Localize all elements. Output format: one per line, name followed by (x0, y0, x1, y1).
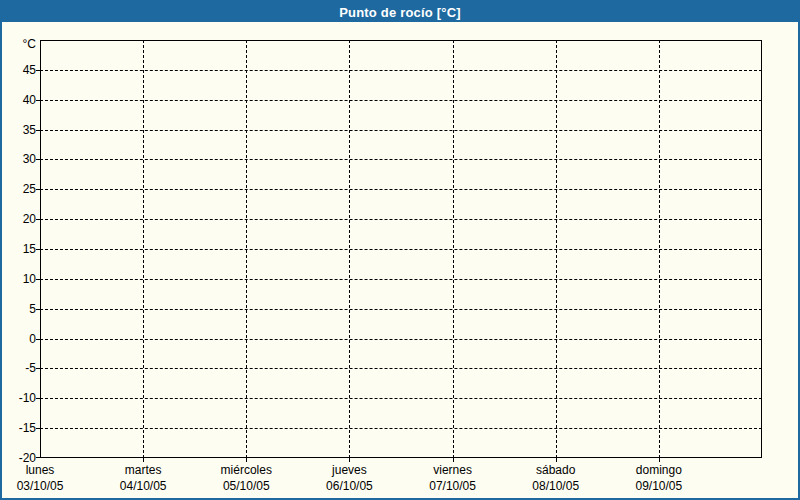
h-gridline (40, 70, 762, 71)
x-date-label: 09/10/05 (599, 479, 719, 493)
y-tick-mark (36, 219, 40, 220)
x-tick-mark (143, 458, 144, 462)
title-bar: Punto de rocío [°C] (2, 2, 798, 22)
h-gridline (40, 368, 762, 369)
y-tick-mark (36, 279, 40, 280)
y-tick-mark (36, 189, 40, 190)
y-tick-label: 45 (2, 62, 36, 78)
x-date-label: 04/10/05 (83, 479, 203, 493)
h-gridline (40, 398, 762, 399)
v-gridline (143, 40, 144, 458)
x-day-label: viernes (393, 463, 513, 477)
y-tick-label: 5 (2, 301, 36, 317)
h-gridline (40, 130, 762, 131)
y-tick-label: 35 (2, 122, 36, 138)
y-tick-label: 20 (2, 211, 36, 227)
x-day-label: martes (83, 463, 203, 477)
y-tick-mark (36, 368, 40, 369)
x-tick-mark (453, 458, 454, 462)
h-gridline (40, 279, 762, 280)
x-date-label: 05/10/05 (186, 479, 306, 493)
y-tick-label: 15 (2, 241, 36, 257)
x-tick-mark (246, 458, 247, 462)
x-tick-mark (349, 458, 350, 462)
x-day-label: sábado (496, 463, 616, 477)
y-tick-mark (36, 100, 40, 101)
y-tick-label: 40 (2, 92, 36, 108)
y-tick-label: -15 (2, 420, 36, 436)
x-day-label: jueves (289, 463, 409, 477)
y-tick-label: 25 (2, 181, 36, 197)
y-tick-mark (36, 159, 40, 160)
v-gridline (556, 40, 557, 458)
y-tick-mark (36, 398, 40, 399)
chart-title: Punto de rocío [°C] (339, 5, 461, 20)
y-tick-mark (36, 339, 40, 340)
v-gridline (659, 40, 660, 458)
x-tick-mark (659, 458, 660, 462)
x-date-label: 08/10/05 (496, 479, 616, 493)
h-gridline (40, 428, 762, 429)
chart-window: Punto de rocío [°C] °C 45403530252015105… (0, 0, 800, 500)
h-gridline (40, 100, 762, 101)
v-gridline (246, 40, 247, 458)
y-tick-mark (36, 428, 40, 429)
y-tick-mark (36, 130, 40, 131)
y-tick-label: -10 (2, 390, 36, 406)
y-axis-unit-label: °C (2, 37, 36, 51)
h-gridline (40, 219, 762, 220)
x-date-label: 06/10/05 (289, 479, 409, 493)
x-day-label: domingo (599, 463, 719, 477)
y-tick-label: -5 (2, 360, 36, 376)
y-tick-label: 10 (2, 271, 36, 287)
y-tick-label: 30 (2, 151, 36, 167)
x-date-label: 07/10/05 (393, 479, 513, 493)
h-gridline (40, 189, 762, 190)
y-tick-label: 0 (2, 331, 36, 347)
y-tick-mark (36, 70, 40, 71)
h-gridline (40, 249, 762, 250)
h-gridline (40, 309, 762, 310)
v-gridline (453, 40, 454, 458)
v-gridline (349, 40, 350, 458)
y-tick-mark (36, 457, 40, 458)
x-tick-mark (556, 458, 557, 462)
y-tick-mark (36, 309, 40, 310)
h-gridline (40, 159, 762, 160)
y-tick-mark (36, 249, 40, 250)
x-day-label: miércoles (186, 463, 306, 477)
h-gridline (40, 339, 762, 340)
chart-content: °C 454035302520151050-5-10-15-20lunes03/… (2, 22, 798, 498)
